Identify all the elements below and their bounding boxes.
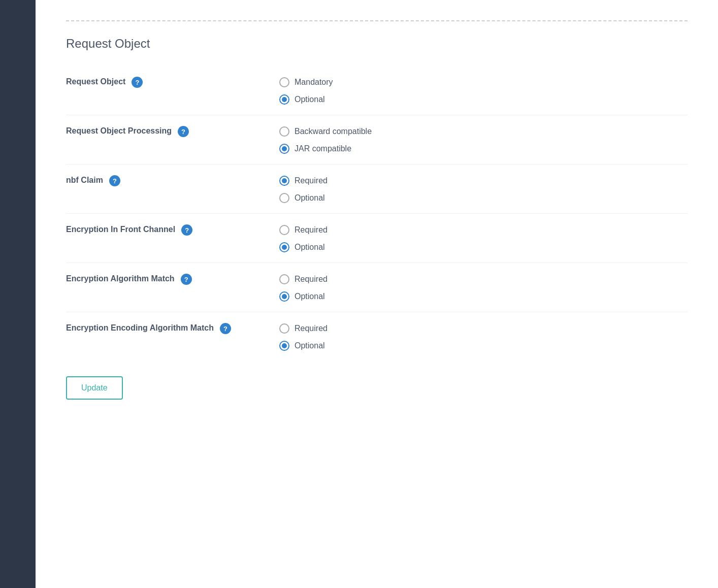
radio-group-request-object-processing: Backward compatibleJAR compatible (279, 125, 372, 154)
help-icon-encryption-algorithm-match[interactable]: ? (181, 274, 192, 285)
radio-label-encryption-algorithm-match-optional: Optional (295, 292, 325, 301)
radio-group-encryption-algorithm-match: RequiredOptional (279, 273, 328, 302)
sidebar (0, 0, 36, 588)
help-icon-request-object-processing[interactable]: ? (178, 126, 189, 137)
radio-group-nbf-claim: RequiredOptional (279, 175, 328, 203)
label-section-encryption-encoding-algorithm-match: Encryption Encoding Algorithm Match? (66, 322, 279, 334)
field-label-request-object: Request Object (66, 76, 125, 87)
radio-outer-request-object-processing-backward-compatible (279, 126, 289, 137)
radio-option-request-object-processing-jar-compatible[interactable]: JAR compatible (279, 144, 372, 154)
field-label-encryption-algorithm-match: Encryption Algorithm Match (66, 273, 175, 284)
form-row-request-object-processing: Request Object Processing?Backward compa… (66, 115, 688, 165)
radio-label-request-object-optional: Optional (295, 95, 325, 104)
radio-outer-nbf-claim-optional (279, 193, 289, 203)
radio-inner-nbf-claim-required (282, 178, 287, 183)
radio-inner-encryption-encoding-algorithm-match-optional (282, 343, 287, 348)
radio-outer-encryption-encoding-algorithm-match-optional (279, 341, 289, 351)
radio-label-encryption-in-front-channel-optional: Optional (295, 243, 325, 252)
radio-group-encryption-encoding-algorithm-match: RequiredOptional (279, 322, 328, 351)
radio-label-request-object-processing-backward-compatible: Backward compatible (295, 127, 372, 136)
radio-label-nbf-claim-optional: Optional (295, 193, 325, 203)
radio-option-encryption-algorithm-match-optional[interactable]: Optional (279, 291, 328, 302)
section-title: Request Object (66, 37, 688, 51)
fields-container: Request Object?MandatoryOptionalRequest … (66, 66, 688, 361)
radio-outer-encryption-in-front-channel-required (279, 225, 289, 235)
radio-option-nbf-claim-required[interactable]: Required (279, 176, 328, 186)
radio-outer-encryption-encoding-algorithm-match-required (279, 323, 289, 334)
radio-label-nbf-claim-required: Required (295, 176, 328, 185)
help-icon-encryption-in-front-channel[interactable]: ? (181, 224, 192, 236)
label-section-nbf-claim: nbf Claim? (66, 175, 279, 186)
form-row-nbf-claim: nbf Claim?RequiredOptional (66, 165, 688, 214)
radio-label-request-object-mandatory: Mandatory (295, 78, 333, 87)
field-label-nbf-claim: nbf Claim (66, 175, 103, 186)
radio-option-request-object-mandatory[interactable]: Mandatory (279, 77, 333, 87)
section-divider (66, 20, 688, 21)
radio-label-encryption-encoding-algorithm-match-optional: Optional (295, 341, 325, 350)
form-row-encryption-in-front-channel: Encryption In Front Channel?RequiredOpti… (66, 214, 688, 263)
radio-outer-request-object-processing-jar-compatible (279, 144, 289, 154)
main-content: Request Object Request Object?MandatoryO… (36, 0, 718, 588)
radio-option-encryption-encoding-algorithm-match-required[interactable]: Required (279, 323, 328, 334)
radio-option-request-object-optional[interactable]: Optional (279, 94, 333, 105)
help-icon-encryption-encoding-algorithm-match[interactable]: ? (220, 323, 231, 334)
radio-option-request-object-processing-backward-compatible[interactable]: Backward compatible (279, 126, 372, 137)
radio-label-encryption-encoding-algorithm-match-required: Required (295, 324, 328, 333)
label-section-request-object-processing: Request Object Processing? (66, 125, 279, 137)
radio-option-encryption-encoding-algorithm-match-optional[interactable]: Optional (279, 341, 328, 351)
radio-outer-encryption-algorithm-match-required (279, 274, 289, 284)
radio-outer-request-object-optional (279, 94, 289, 105)
radio-outer-encryption-algorithm-match-optional (279, 291, 289, 302)
radio-group-request-object: MandatoryOptional (279, 76, 333, 105)
radio-option-encryption-in-front-channel-required[interactable]: Required (279, 225, 328, 235)
radio-label-request-object-processing-jar-compatible: JAR compatible (295, 144, 351, 153)
radio-option-encryption-algorithm-match-required[interactable]: Required (279, 274, 328, 284)
radio-option-encryption-in-front-channel-optional[interactable]: Optional (279, 242, 328, 252)
field-label-encryption-encoding-algorithm-match: Encryption Encoding Algorithm Match (66, 322, 214, 334)
label-section-encryption-in-front-channel: Encryption In Front Channel? (66, 224, 279, 236)
radio-outer-encryption-in-front-channel-optional (279, 242, 289, 252)
radio-label-encryption-in-front-channel-required: Required (295, 225, 328, 235)
update-button[interactable]: Update (66, 376, 123, 400)
help-icon-request-object[interactable]: ? (132, 77, 143, 88)
label-section-encryption-algorithm-match: Encryption Algorithm Match? (66, 273, 279, 285)
radio-inner-request-object-processing-jar-compatible (282, 146, 287, 151)
radio-group-encryption-in-front-channel: RequiredOptional (279, 224, 328, 252)
form-row-encryption-algorithm-match: Encryption Algorithm Match?RequiredOptio… (66, 263, 688, 312)
radio-inner-encryption-in-front-channel-optional (282, 245, 287, 250)
help-icon-nbf-claim[interactable]: ? (109, 175, 120, 186)
form-row-request-object: Request Object?MandatoryOptional (66, 66, 688, 115)
label-section-request-object: Request Object? (66, 76, 279, 88)
radio-outer-nbf-claim-required (279, 176, 289, 186)
form-row-encryption-encoding-algorithm-match: Encryption Encoding Algorithm Match?Requ… (66, 312, 688, 361)
radio-label-encryption-algorithm-match-required: Required (295, 275, 328, 284)
radio-inner-request-object-optional (282, 97, 287, 102)
field-label-encryption-in-front-channel: Encryption In Front Channel (66, 224, 175, 235)
radio-inner-encryption-algorithm-match-optional (282, 294, 287, 299)
radio-option-nbf-claim-optional[interactable]: Optional (279, 193, 328, 203)
radio-outer-request-object-mandatory (279, 77, 289, 87)
field-label-request-object-processing: Request Object Processing (66, 125, 172, 137)
